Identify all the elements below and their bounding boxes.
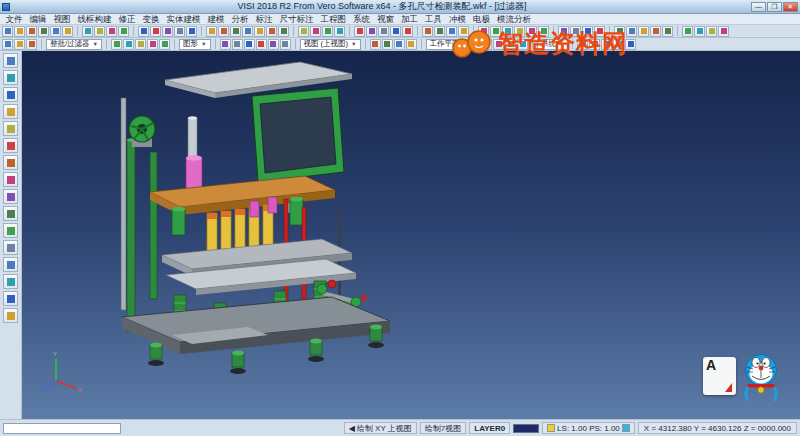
toolbar-icon[interactable] (490, 26, 501, 37)
toolbar-icon[interactable] (3, 240, 18, 255)
toolbar-icon[interactable] (446, 26, 457, 37)
toolbar-icon[interactable] (3, 104, 18, 119)
viewport-3d[interactable]: Y X A (22, 51, 800, 419)
menu-item-10[interactable]: 尺寸标注 (276, 14, 317, 25)
toolbar-icon[interactable] (220, 39, 231, 50)
menu-item-8[interactable]: 分析 (228, 14, 252, 25)
toolbar-icon[interactable] (502, 26, 513, 37)
toolbar-icon[interactable] (558, 26, 569, 37)
toolbar-icon[interactable] (278, 26, 289, 37)
menu-item-13[interactable]: 视窗 (374, 14, 398, 25)
toolbar-icon[interactable] (123, 39, 134, 50)
menu-item-15[interactable]: 工具 (422, 14, 446, 25)
toolbar-icon[interactable] (26, 39, 37, 50)
toolbar-icon[interactable] (310, 26, 321, 37)
toolbar-icon[interactable] (613, 39, 624, 50)
toolbar-icon[interactable] (138, 26, 149, 37)
toolbar-icon[interactable] (694, 26, 705, 37)
toolbar-icon[interactable] (3, 257, 18, 272)
menu-item-17[interactable]: 电极 (470, 14, 494, 25)
toolbar-dropdown-3[interactable]: 图形▼ (179, 39, 210, 50)
toolbar-icon[interactable] (334, 26, 345, 37)
menu-item-12[interactable]: 系统 (350, 14, 374, 25)
toolbar-icon[interactable] (280, 39, 291, 50)
toolbar-icon[interactable] (256, 39, 267, 50)
layer-indicator[interactable]: LAYER0 (469, 422, 510, 434)
toolbar-icon[interactable] (458, 26, 469, 37)
toolbar-icon[interactable] (662, 26, 673, 37)
toolbar-icon[interactable] (322, 26, 333, 37)
toolbar-icon[interactable] (390, 26, 401, 37)
toolbar-icon[interactable] (3, 121, 18, 136)
toolbar-icon[interactable] (2, 39, 13, 50)
toolbar-icon[interactable] (268, 39, 279, 50)
toolbar-icon[interactable] (406, 39, 417, 50)
scale-indicator[interactable]: LS: 1.00 PS: 1.00 (542, 422, 635, 434)
toolbar-icon[interactable] (232, 39, 243, 50)
toolbar-icon[interactable] (3, 53, 18, 68)
toolbar-icon[interactable] (159, 39, 170, 50)
toolbar-icon[interactable] (3, 138, 18, 153)
minimize-button[interactable]: — (751, 2, 766, 12)
toolbar-icon[interactable] (3, 206, 18, 221)
menu-item-5[interactable]: 变换 (139, 14, 163, 25)
toolbar-icon[interactable] (26, 26, 37, 37)
close-button[interactable]: ✕ (783, 2, 798, 12)
toolbar-icon[interactable] (3, 70, 18, 85)
toolbar-dropdown-1[interactable]: 整批/过滤器▼ (46, 39, 102, 50)
toolbar-icon[interactable] (3, 308, 18, 323)
toolbar-icon[interactable] (3, 223, 18, 238)
toolbar-icon[interactable] (3, 172, 18, 187)
toolbar-icon[interactable] (266, 26, 277, 37)
toolbar-icon[interactable] (394, 39, 405, 50)
toolbar-icon[interactable] (366, 26, 377, 37)
toolbar-icon[interactable] (135, 39, 146, 50)
view-mode-2-indicator[interactable]: 绘制7视图 (420, 422, 466, 434)
toolbar-icon[interactable] (242, 26, 253, 37)
command-input[interactable] (3, 423, 121, 434)
toolbar-icon[interactable] (594, 26, 605, 37)
view-mode-indicator[interactable]: ◀ 绘制 XY 上视图 (344, 422, 417, 434)
toolbar-icon[interactable] (3, 155, 18, 170)
toolbar-icon[interactable] (150, 26, 161, 37)
menu-item-7[interactable]: 建模 (204, 14, 228, 25)
toolbar-icon[interactable] (582, 26, 593, 37)
toolbar-dropdown-9[interactable]: 系统▼ (537, 39, 568, 50)
toolbar-icon[interactable] (478, 26, 489, 37)
toolbar-icon[interactable] (517, 39, 528, 50)
toolbar-icon[interactable] (514, 26, 525, 37)
toolbar-icon[interactable] (354, 26, 365, 37)
toolbar-icon[interactable] (3, 291, 18, 306)
menu-item-18[interactable]: 模流分析 (494, 14, 535, 25)
toolbar-icon[interactable] (206, 26, 217, 37)
toolbar-icon[interactable] (382, 39, 393, 50)
toolbar-icon[interactable] (230, 26, 241, 37)
menu-item-0[interactable]: 文件 (2, 14, 26, 25)
toolbar-icon[interactable] (422, 26, 433, 37)
toolbar-icon[interactable] (162, 26, 173, 37)
menu-item-1[interactable]: 编辑 (26, 14, 50, 25)
toolbar-icon[interactable] (589, 39, 600, 50)
toolbar-icon[interactable] (82, 26, 93, 37)
toolbar-icon[interactable] (186, 26, 197, 37)
menu-item-2[interactable]: 视图 (50, 14, 74, 25)
toolbar-icon[interactable] (106, 26, 117, 37)
toolbar-icon[interactable] (577, 39, 588, 50)
toolbar-dropdown-5[interactable]: 视图 (上视图)▼ (300, 39, 361, 50)
back-arrow-icon[interactable]: ◀ (349, 424, 355, 433)
toolbar-icon[interactable] (682, 26, 693, 37)
toolbar-icon[interactable] (3, 87, 18, 102)
toolbar-icon[interactable] (493, 39, 504, 50)
toolbar-icon[interactable] (706, 26, 717, 37)
toolbar-icon[interactable] (14, 26, 25, 37)
toolbar-icon[interactable] (626, 26, 637, 37)
toolbar-icon[interactable] (370, 39, 381, 50)
toolbar-icon[interactable] (244, 39, 255, 50)
toolbar-icon[interactable] (434, 26, 445, 37)
toolbar-icon[interactable] (378, 26, 389, 37)
active-color-swatch[interactable] (513, 424, 539, 433)
menu-item-16[interactable]: 冲模 (446, 14, 470, 25)
toolbar-icon[interactable] (3, 189, 18, 204)
toolbar-icon[interactable] (402, 26, 413, 37)
toolbar-icon[interactable] (38, 26, 49, 37)
